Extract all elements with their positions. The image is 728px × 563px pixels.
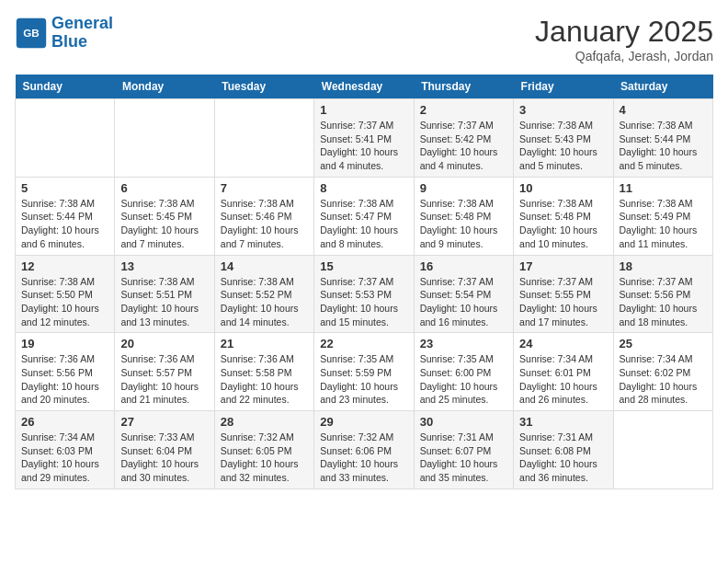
calendar-week-row: 19Sunrise: 7:36 AM Sunset: 5:56 PM Dayli… <box>16 333 713 411</box>
day-number: 19 <box>21 337 108 350</box>
day-info: Sunrise: 7:38 AM Sunset: 5:47 PM Dayligh… <box>320 197 407 251</box>
day-info: Sunrise: 7:37 AM Sunset: 5:55 PM Dayligh… <box>519 275 607 329</box>
day-info: Sunrise: 7:33 AM Sunset: 6:04 PM Dayligh… <box>120 431 208 485</box>
day-info: Sunrise: 7:38 AM Sunset: 5:44 PM Dayligh… <box>620 119 707 173</box>
calendar-cell: 25Sunrise: 7:34 AM Sunset: 6:02 PM Dayli… <box>613 333 712 411</box>
weekday-header: Saturday <box>613 75 712 99</box>
day-number: 10 <box>519 181 607 195</box>
day-info: Sunrise: 7:37 AM Sunset: 5:53 PM Dayligh… <box>320 275 407 329</box>
day-number: 12 <box>21 259 108 273</box>
calendar-cell: 7Sunrise: 7:38 AM Sunset: 5:46 PM Daylig… <box>214 177 313 255</box>
calendar-cell: 1Sunrise: 7:37 AM Sunset: 5:41 PM Daylig… <box>314 99 414 178</box>
day-number: 31 <box>519 415 607 429</box>
day-info: Sunrise: 7:36 AM Sunset: 5:57 PM Dayligh… <box>120 352 208 407</box>
calendar-cell: 12Sunrise: 7:38 AM Sunset: 5:50 PM Dayli… <box>16 255 115 333</box>
weekday-header: Thursday <box>414 75 513 99</box>
day-info: Sunrise: 7:37 AM Sunset: 5:56 PM Dayligh… <box>620 275 707 329</box>
calendar-cell: 21Sunrise: 7:36 AM Sunset: 5:58 PM Dayli… <box>214 333 313 411</box>
calendar-table: SundayMondayTuesdayWednesdayThursdayFrid… <box>15 75 713 489</box>
page-header: GB General Blue January 2025 Qafqafa, Je… <box>15 15 713 63</box>
calendar-cell: 9Sunrise: 7:38 AM Sunset: 5:48 PM Daylig… <box>414 177 513 255</box>
calendar-week-row: 5Sunrise: 7:38 AM Sunset: 5:44 PM Daylig… <box>16 177 713 255</box>
calendar-cell <box>214 99 313 178</box>
calendar-cell: 5Sunrise: 7:38 AM Sunset: 5:44 PM Daylig… <box>16 177 115 255</box>
calendar-cell <box>16 99 115 178</box>
title-block: January 2025 Qafqafa, Jerash, Jordan <box>535 15 713 63</box>
calendar-cell: 2Sunrise: 7:37 AM Sunset: 5:42 PM Daylig… <box>414 99 513 178</box>
day-number: 6 <box>120 181 208 195</box>
calendar-cell: 14Sunrise: 7:38 AM Sunset: 5:52 PM Dayli… <box>214 255 313 333</box>
calendar-cell: 22Sunrise: 7:35 AM Sunset: 5:59 PM Dayli… <box>314 333 414 411</box>
calendar-cell: 29Sunrise: 7:32 AM Sunset: 6:06 PM Dayli… <box>314 411 414 489</box>
day-info: Sunrise: 7:38 AM Sunset: 5:49 PM Dayligh… <box>620 197 707 251</box>
day-number: 28 <box>221 415 308 429</box>
day-info: Sunrise: 7:38 AM Sunset: 5:43 PM Dayligh… <box>519 119 607 173</box>
calendar-cell: 10Sunrise: 7:38 AM Sunset: 5:48 PM Dayli… <box>514 177 613 255</box>
calendar-cell: 3Sunrise: 7:38 AM Sunset: 5:43 PM Daylig… <box>514 99 613 178</box>
calendar-cell: 6Sunrise: 7:38 AM Sunset: 5:45 PM Daylig… <box>115 177 214 255</box>
month-title: January 2025 <box>535 15 713 49</box>
calendar-cell: 4Sunrise: 7:38 AM Sunset: 5:44 PM Daylig… <box>613 99 712 178</box>
day-number: 17 <box>519 259 607 273</box>
day-info: Sunrise: 7:31 AM Sunset: 6:07 PM Dayligh… <box>420 431 507 485</box>
day-info: Sunrise: 7:37 AM Sunset: 5:54 PM Dayligh… <box>420 275 507 329</box>
day-number: 1 <box>320 103 407 117</box>
calendar-cell: 23Sunrise: 7:35 AM Sunset: 6:00 PM Dayli… <box>414 333 513 411</box>
day-info: Sunrise: 7:38 AM Sunset: 5:51 PM Dayligh… <box>120 275 208 329</box>
weekday-header: Monday <box>115 75 214 99</box>
day-number: 5 <box>21 181 108 195</box>
weekday-header-row: SundayMondayTuesdayWednesdayThursdayFrid… <box>16 75 713 99</box>
day-number: 2 <box>420 103 507 117</box>
calendar-cell: 16Sunrise: 7:37 AM Sunset: 5:54 PM Dayli… <box>414 255 513 333</box>
day-info: Sunrise: 7:38 AM Sunset: 5:50 PM Dayligh… <box>21 275 108 329</box>
day-number: 3 <box>519 103 607 117</box>
weekday-header: Wednesday <box>314 75 414 99</box>
calendar-cell: 11Sunrise: 7:38 AM Sunset: 5:49 PM Dayli… <box>613 177 712 255</box>
day-number: 4 <box>620 103 707 117</box>
calendar-cell: 13Sunrise: 7:38 AM Sunset: 5:51 PM Dayli… <box>115 255 214 333</box>
svg-text:GB: GB <box>23 26 40 38</box>
day-number: 11 <box>620 181 707 195</box>
day-info: Sunrise: 7:32 AM Sunset: 6:06 PM Dayligh… <box>320 431 407 485</box>
day-number: 7 <box>221 181 308 195</box>
day-number: 21 <box>221 337 308 350</box>
calendar-week-row: 12Sunrise: 7:38 AM Sunset: 5:50 PM Dayli… <box>16 255 713 333</box>
weekday-header: Tuesday <box>214 75 313 99</box>
logo: GB General Blue <box>15 15 113 52</box>
day-info: Sunrise: 7:38 AM Sunset: 5:45 PM Dayligh… <box>120 197 208 251</box>
calendar-cell: 17Sunrise: 7:37 AM Sunset: 5:55 PM Dayli… <box>514 255 613 333</box>
day-info: Sunrise: 7:38 AM Sunset: 5:46 PM Dayligh… <box>221 197 308 251</box>
calendar-cell: 28Sunrise: 7:32 AM Sunset: 6:05 PM Dayli… <box>214 411 313 489</box>
day-info: Sunrise: 7:35 AM Sunset: 5:59 PM Dayligh… <box>320 352 407 407</box>
day-info: Sunrise: 7:38 AM Sunset: 5:48 PM Dayligh… <box>420 197 507 251</box>
day-number: 8 <box>320 181 407 195</box>
calendar-cell: 27Sunrise: 7:33 AM Sunset: 6:04 PM Dayli… <box>115 411 214 489</box>
day-number: 23 <box>420 337 507 350</box>
day-number: 22 <box>320 337 407 350</box>
day-info: Sunrise: 7:35 AM Sunset: 6:00 PM Dayligh… <box>420 352 507 407</box>
day-number: 20 <box>120 337 208 350</box>
calendar-cell: 15Sunrise: 7:37 AM Sunset: 5:53 PM Dayli… <box>314 255 414 333</box>
weekday-header: Sunday <box>16 75 115 99</box>
day-number: 30 <box>420 415 507 429</box>
day-info: Sunrise: 7:34 AM Sunset: 6:03 PM Dayligh… <box>21 431 108 485</box>
day-info: Sunrise: 7:31 AM Sunset: 6:08 PM Dayligh… <box>519 431 607 485</box>
day-number: 25 <box>620 337 707 350</box>
day-number: 16 <box>420 259 507 273</box>
day-info: Sunrise: 7:38 AM Sunset: 5:48 PM Dayligh… <box>519 197 607 251</box>
day-number: 15 <box>320 259 407 273</box>
weekday-header: Friday <box>514 75 613 99</box>
calendar-cell: 18Sunrise: 7:37 AM Sunset: 5:56 PM Dayli… <box>613 255 712 333</box>
calendar-cell <box>115 99 214 178</box>
calendar-cell: 31Sunrise: 7:31 AM Sunset: 6:08 PM Dayli… <box>514 411 613 489</box>
calendar-cell: 19Sunrise: 7:36 AM Sunset: 5:56 PM Dayli… <box>16 333 115 411</box>
calendar-cell: 24Sunrise: 7:34 AM Sunset: 6:01 PM Dayli… <box>514 333 613 411</box>
calendar-cell: 8Sunrise: 7:38 AM Sunset: 5:47 PM Daylig… <box>314 177 414 255</box>
day-number: 14 <box>221 259 308 273</box>
day-number: 13 <box>120 259 208 273</box>
logo-icon: GB <box>15 17 48 50</box>
day-info: Sunrise: 7:38 AM Sunset: 5:44 PM Dayligh… <box>21 197 108 251</box>
day-number: 24 <box>519 337 607 350</box>
day-info: Sunrise: 7:37 AM Sunset: 5:42 PM Dayligh… <box>420 119 507 173</box>
day-number: 9 <box>420 181 507 195</box>
